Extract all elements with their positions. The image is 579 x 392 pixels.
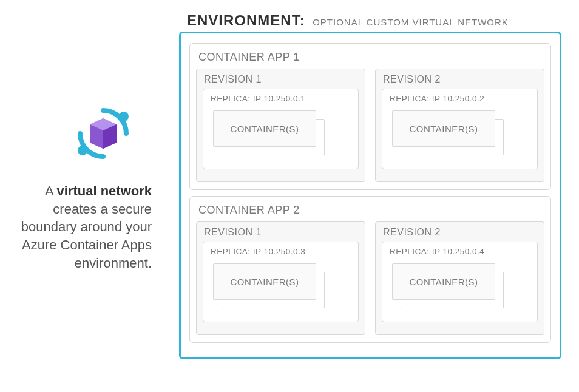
svg-point-0 (119, 112, 129, 121)
container-card-front: CONTAINER(S) (392, 110, 495, 147)
app2-rev2-replica-label: REPLICA: IP 10.250.0.4 (390, 247, 531, 256)
app2-revisions: REVISION 1 REPLICA: IP 10.250.0.3 CONTAI… (196, 221, 544, 335)
app1-revisions: REVISION 1 REPLICA: IP 10.250.0.1 CONTAI… (196, 69, 544, 182)
caption-strong: virtual network (57, 183, 152, 198)
environment-header: ENVIRONMENT: OPTIONAL CUSTOM VIRTUAL NET… (187, 12, 509, 29)
app2-rev2-containers: CONTAINER(S) (392, 263, 527, 311)
container-app-1-label: CONTAINER APP 1 (198, 51, 542, 64)
environment-box: CONTAINER APP 1 REVISION 1 REPLICA: IP 1… (179, 32, 561, 359)
container-app-1: CONTAINER APP 1 REVISION 1 REPLICA: IP 1… (189, 43, 551, 190)
side-panel: A virtual network creates a secure bound… (18, 103, 152, 272)
app1-rev1-replica: REPLICA: IP 10.250.0.1 CONTAINER(S) (203, 89, 359, 169)
app2-rev1-containers: CONTAINER(S) (213, 263, 348, 311)
app2-rev2-replica: REPLICA: IP 10.250.0.4 CONTAINER(S) (382, 242, 538, 322)
environment-subtitle: OPTIONAL CUSTOM VIRTUAL NETWORK (313, 17, 509, 27)
app1-revision-2: REVISION 2 REPLICA: IP 10.250.0.2 CONTAI… (375, 69, 544, 182)
app1-rev1-replica-label: REPLICA: IP 10.250.0.1 (211, 94, 352, 103)
svg-point-1 (78, 146, 87, 155)
container-card-front: CONTAINER(S) (392, 263, 495, 300)
app2-rev1-label: REVISION 1 (204, 227, 359, 238)
app2-rev1-replica-label: REPLICA: IP 10.250.0.3 (211, 247, 352, 256)
app1-rev1-containers: CONTAINER(S) (213, 110, 348, 158)
container-card-front: CONTAINER(S) (213, 110, 316, 147)
caption-rest: creates a secure boundary around your Az… (21, 201, 152, 271)
app2-revision-1: REVISION 1 REPLICA: IP 10.250.0.3 CONTAI… (196, 221, 365, 335)
app1-rev2-containers: CONTAINER(S) (392, 110, 527, 158)
vnet-icon (73, 103, 134, 164)
app2-rev1-replica: REPLICA: IP 10.250.0.3 CONTAINER(S) (203, 242, 359, 322)
vnet-icon-wrap (18, 103, 152, 164)
app2-rev2-label: REVISION 2 (383, 227, 538, 238)
container-app-2-label: CONTAINER APP 2 (198, 204, 542, 217)
app1-revision-1: REVISION 1 REPLICA: IP 10.250.0.1 CONTAI… (196, 69, 365, 182)
container-app-2: CONTAINER APP 2 REVISION 1 REPLICA: IP 1… (189, 196, 551, 343)
app1-rev2-replica: REPLICA: IP 10.250.0.2 CONTAINER(S) (382, 89, 538, 169)
environment-title: ENVIRONMENT: (187, 12, 305, 29)
diagram-stage: A virtual network creates a secure bound… (0, 0, 579, 392)
app1-rev1-label: REVISION 1 (204, 74, 359, 85)
caption-prefix: A (45, 183, 57, 198)
caption-text: A virtual network creates a secure bound… (18, 182, 152, 272)
container-card-front: CONTAINER(S) (213, 263, 316, 300)
app2-revision-2: REVISION 2 REPLICA: IP 10.250.0.4 CONTAI… (375, 221, 544, 335)
app1-rev2-replica-label: REPLICA: IP 10.250.0.2 (390, 94, 531, 103)
app1-rev2-label: REVISION 2 (383, 74, 538, 85)
